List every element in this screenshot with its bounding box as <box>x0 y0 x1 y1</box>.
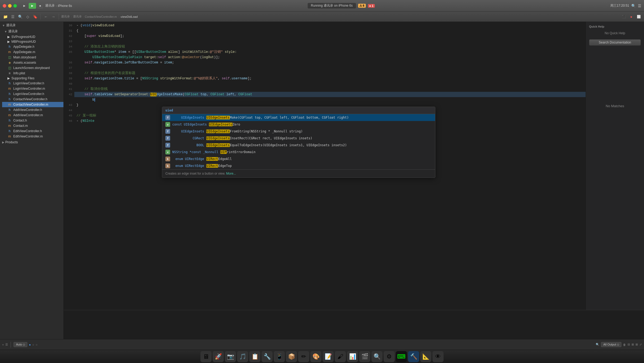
sidebar-item-loginvc-h2[interactable]: h LoginViewController.h <box>2 91 63 97</box>
expand-icon[interactable]: ⤢ <box>639 343 642 346</box>
sidebar-label-15: AddViewController.h <box>13 108 42 112</box>
search-documentation-button[interactable]: Search Documentation <box>589 39 641 46</box>
sidebar-item-editvc-m[interactable]: m EditViewController.m <box>2 134 63 139</box>
sidebar-item-assets[interactable]: ◈ Assets.xcassets <box>2 60 63 65</box>
code-line-30: 30 - (void)viewDidLoad <box>64 23 586 28</box>
breadcrumb-item-3[interactable]: ContactViewController.m <box>85 15 117 18</box>
breadcrumb-item-1[interactable]: 通讯录 <box>61 15 70 19</box>
sidebar-item-loginvc-h[interactable]: h LoginViewController.h <box>2 81 63 86</box>
dock-tools[interactable]: 🔧 <box>261 351 273 362</box>
diamond-icon[interactable]: ◇ <box>24 14 31 20</box>
dock-music[interactable]: 🎵 <box>237 351 248 362</box>
dock-phone[interactable]: 📱 <box>274 351 285 362</box>
auto-dropdown[interactable]: Auto ◇ <box>14 342 27 347</box>
output-dropdown[interactable]: All Output ◇ <box>601 342 621 347</box>
folder-icon-sidebar-2: ▶ <box>7 40 10 44</box>
ac-item-3[interactable]: f UIEdgeInsets UIEdgeInsetsFromString(NS… <box>162 128 435 135</box>
sidebar-item-main-storyboard[interactable]: ◫ Main.storyboard <box>2 55 63 60</box>
code-editor[interactable]: 30 - (void)viewDidLoad 31 { 32 [super vi… <box>64 22 586 310</box>
sidebar-label-13: ContactViewController.h <box>13 97 48 101</box>
sidebar-label-14: ContactViewController.m <box>13 103 48 106</box>
ac-item-6[interactable]: v NSString *const _Nonnull UIPrintErrorD… <box>162 149 435 155</box>
folder-icon-sidebar: ▶ <box>7 35 10 39</box>
dock-package[interactable]: 📦 <box>286 351 297 362</box>
sidebar-item-contactvc-h[interactable]: h ContactViewController.h <box>2 97 63 102</box>
sidebar-item-loginvc-m[interactable]: m LoginViewController.m <box>2 86 63 91</box>
stop-button[interactable]: ■ <box>37 3 43 9</box>
dock-art[interactable]: 🎨 <box>310 351 321 362</box>
split-view-icon-2[interactable]: ⊞ <box>632 343 634 346</box>
folder-icon[interactable]: 📁 <box>2 14 8 20</box>
dock-launchpad[interactable]: 🚀 <box>213 351 224 362</box>
sidebar-products-header[interactable]: ▶ Products <box>0 140 63 145</box>
sidebar-item-addvc-h[interactable]: h AddViewController.h <box>2 107 63 113</box>
back-icon[interactable]: ← <box>43 14 49 20</box>
run-button[interactable]: ▶ <box>29 3 36 9</box>
dock-search[interactable]: 🔍 <box>371 351 383 362</box>
right-nav-icon[interactable]: ⬜ <box>636 14 642 20</box>
line-number: 43 <box>64 102 74 108</box>
sidebar-item-appdelegate-m[interactable]: m AppDelegate.m <box>2 49 63 55</box>
sidebar-item-contact-m[interactable]: m Contact.m <box>2 123 63 128</box>
breakpoint-dot[interactable]: ● <box>29 343 31 346</box>
plus-icon[interactable]: + <box>2 343 4 346</box>
search-icon[interactable]: 🔍 <box>631 4 636 8</box>
ac-item-2[interactable]: v const UIEdgeInsets UIEdgeInsetsZero <box>162 121 435 128</box>
sidebar-item-mbprogress[interactable]: ▶ MBProgressHUD <box>2 39 63 44</box>
sidebar-item-launchscreen[interactable]: ◫ LaunchScreen.storyboard <box>2 65 63 71</box>
h-icon-login: h <box>7 81 12 85</box>
grid-icon[interactable]: ⊞ <box>636 343 638 346</box>
sidebar-item-editvc-h[interactable]: h EditViewController.h <box>2 128 63 134</box>
sidebar-root-header[interactable]: ▼ 通讯录 <box>0 22 63 28</box>
minimize-button[interactable] <box>8 4 12 8</box>
sidebar-item-appdelegate-h[interactable]: h AppDelegate.h <box>2 44 63 49</box>
console-icon[interactable]: ☰ <box>5 343 8 346</box>
dock-settings[interactable]: ⚙ <box>384 351 395 362</box>
close-button[interactable] <box>3 4 6 8</box>
sidebar-item-contactvc-m[interactable]: m ContactViewController.m <box>2 102 63 107</box>
dock-terminal[interactable]: ⌨ <box>396 351 407 362</box>
autocomplete-dropdown[interactable]: uied f UIEdgeInsets UIEdgeInsetsMake(CGF… <box>162 107 435 178</box>
error-nav-icon[interactable]: ● <box>628 14 634 20</box>
filter-icon[interactable]: 🔍 <box>596 343 599 346</box>
dock-paint[interactable]: 🖌 <box>335 351 346 362</box>
dock-docs[interactable]: 📝 <box>323 351 334 362</box>
dock-video[interactable]: 🎬 <box>359 351 370 362</box>
dock-preview[interactable]: 👁 <box>432 351 444 362</box>
search-toolbar-icon[interactable]: 🔍 <box>17 14 23 20</box>
location-icon[interactable]: ○ <box>32 343 34 346</box>
ac-badge-1: f <box>165 115 170 120</box>
ac-item-7[interactable]: k enum UIRectEdge UIRectEdgeAll <box>162 155 435 162</box>
sidebar-item-supporting[interactable]: ▶ Supporting Files <box>2 76 63 81</box>
main-layout: ▼ 通讯录 ▼ 通讯录 ▶ SVProgressHUD ▶ MBProgress… <box>0 22 644 339</box>
split-view-icon[interactable]: ⊟ <box>628 343 630 346</box>
dock-finder[interactable]: 🖥 <box>200 351 212 362</box>
list-icon[interactable]: ☰ <box>10 14 16 20</box>
sidebar-item-addvc-m[interactable]: m AddViewController.m <box>2 113 63 118</box>
bookmark-icon[interactable]: 🔖 <box>32 14 38 20</box>
dock-edit[interactable]: ✏ <box>298 351 309 362</box>
clear-icon[interactable]: 🗑 <box>623 343 626 346</box>
ac-item-1[interactable]: f UIEdgeInsets UIEdgeInsetsMake(CGFloat … <box>162 114 435 121</box>
dock-camera[interactable]: 📷 <box>225 351 236 362</box>
sidebar-item-info-plist[interactable]: ≡ Info.plist <box>2 71 63 76</box>
sidebar-item-contact-h[interactable]: h Contact.h <box>2 118 63 123</box>
sidebar-item-svprogress[interactable]: ▶ SVProgressHUD <box>2 34 63 39</box>
dock-charts[interactable]: 📊 <box>347 351 358 362</box>
location-icon-2[interactable]: ○ <box>36 343 37 346</box>
breadcrumb-item-2[interactable]: 通讯录 <box>73 15 82 19</box>
fullscreen-button[interactable] <box>13 4 17 8</box>
menu-icon[interactable]: ☰ <box>638 4 641 8</box>
ac-return-1: UIEdgeInsets <box>172 116 204 119</box>
ac-item-5[interactable]: f BOOL UIEdgeInsetsEqualToEdgeInsets(UIE… <box>162 142 435 149</box>
forward-icon[interactable]: → <box>50 14 57 20</box>
dock-notes[interactable]: 📋 <box>249 351 260 362</box>
sidebar-subgroup-header[interactable]: ▼ 通讯录 <box>2 28 63 34</box>
more-link[interactable]: More... <box>226 172 236 175</box>
dock-xcode[interactable]: 🔨 <box>408 351 419 362</box>
dock-sketch[interactable]: 📐 <box>420 351 431 362</box>
scheme-selector[interactable]: ▶ <box>21 3 28 9</box>
left-panel-icon[interactable]: ⬛ <box>621 14 627 20</box>
ac-item-4[interactable]: f CGRect UIEdgeInsetsInsetRect(CGRect re… <box>162 135 435 142</box>
ac-item-8[interactable]: k enum UIRectEdge UIRectEdgeTop <box>162 162 435 169</box>
